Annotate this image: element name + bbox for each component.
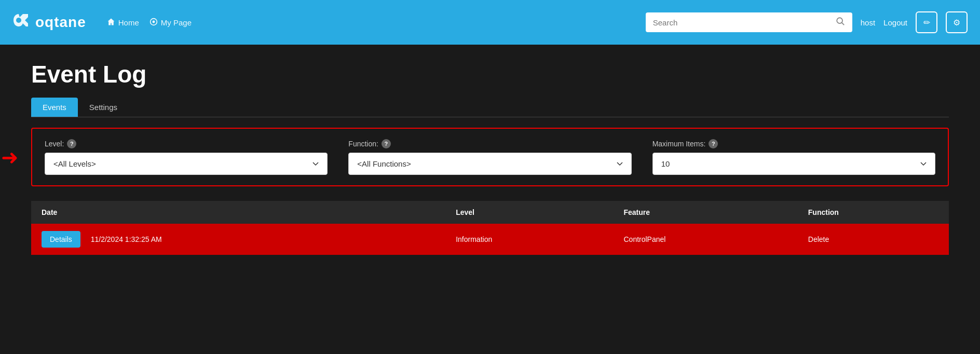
home-icon	[107, 18, 115, 28]
logo-text: oqtane	[35, 14, 86, 31]
circle-icon	[149, 18, 158, 28]
settings-button[interactable]: ⚙	[946, 11, 968, 33]
cell-feature: ControlPanel	[613, 224, 797, 255]
event-log-table: Date Level Feature Function Details 11/2…	[31, 201, 949, 255]
edit-button[interactable]: ✏	[916, 11, 937, 33]
header-right: host Logout ✏ ⚙	[646, 11, 968, 33]
svg-line-4	[841, 23, 844, 25]
search-box	[646, 12, 852, 32]
svg-point-2	[152, 20, 155, 23]
help-icon-function[interactable]: ?	[382, 139, 391, 148]
level-select[interactable]: <All Levels> Information Warning Error	[45, 153, 328, 175]
svg-point-0	[16, 18, 21, 23]
nav-mypage[interactable]: My Page	[149, 18, 192, 28]
help-icon-max-items[interactable]: ?	[709, 139, 718, 148]
svg-point-3	[837, 18, 842, 23]
help-icon-level[interactable]: ?	[67, 139, 76, 148]
table-header-row: Date Level Feature Function	[31, 201, 949, 224]
tabs-bar: Events Settings	[31, 98, 949, 117]
filter-group-level: Level: ? <All Levels> Information Warnin…	[45, 139, 328, 175]
function-select[interactable]: <All Functions> Create Read Update Delet…	[348, 153, 631, 175]
search-icon	[836, 17, 845, 28]
tab-events[interactable]: Events	[31, 98, 78, 117]
details-button[interactable]: Details	[42, 231, 80, 248]
main-header: oqtane Home My Page host Logout	[0, 0, 980, 45]
cell-function: Delete	[798, 224, 949, 255]
filter-label-max-items: Maximum Items: ?	[652, 139, 935, 148]
col-feature: Feature	[613, 201, 797, 224]
cell-level: Information	[445, 224, 613, 255]
filter-label-function: Function: ?	[348, 139, 631, 148]
logout-link[interactable]: Logout	[883, 18, 907, 27]
table-row: Details 11/2/2024 1:32:25 AM Information…	[31, 224, 949, 255]
gear-icon: ⚙	[953, 18, 960, 28]
col-date: Date	[31, 201, 445, 224]
filter-group-function: Function: ? <All Functions> Create Read …	[348, 139, 631, 175]
nav-home[interactable]: Home	[107, 18, 139, 28]
filter-label-level: Level: ?	[45, 139, 328, 148]
cell-date: Details 11/2/2024 1:32:25 AM	[31, 224, 445, 255]
tab-settings[interactable]: Settings	[78, 98, 129, 117]
arrow-indicator: ➜	[1, 147, 19, 168]
main-content: Event Log Events Settings ➜ Level: ? <Al…	[0, 45, 980, 354]
filter-box: ➜ Level: ? <All Levels> Information Warn…	[31, 128, 949, 186]
filter-group-max-items: Maximum Items: ? 10 25 50 100	[652, 139, 935, 175]
col-level: Level	[445, 201, 613, 224]
pencil-icon: ✏	[923, 18, 930, 28]
oqtane-logo-icon	[12, 11, 31, 34]
logo-area: oqtane	[12, 11, 86, 34]
nav-links: Home My Page	[107, 18, 633, 28]
header-username: host	[861, 18, 875, 27]
col-function: Function	[798, 201, 949, 224]
page-title: Event Log	[31, 60, 949, 88]
max-items-select[interactable]: 10 25 50 100	[652, 153, 935, 175]
search-input[interactable]	[653, 18, 832, 27]
